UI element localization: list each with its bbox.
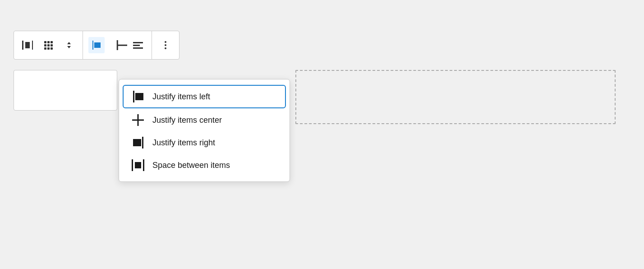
grid-icon xyxy=(44,41,53,50)
justify-right-label: Justify items right xyxy=(152,138,215,148)
justify-center-menu-icon xyxy=(131,114,145,126)
more-options-button[interactable] xyxy=(157,37,174,53)
align-distribute-button[interactable] xyxy=(130,37,146,53)
toolbar-group-justify xyxy=(83,31,152,59)
toolbar-group-layout xyxy=(14,31,83,59)
space-between-label: Space between items xyxy=(152,161,230,170)
dashed-rectangle xyxy=(295,70,616,124)
grid-button[interactable] xyxy=(40,37,56,53)
more-icon xyxy=(165,41,166,49)
toolbar xyxy=(14,31,179,60)
toolbar-group-more xyxy=(152,31,179,59)
menu-item-space-between[interactable]: Space between items xyxy=(123,154,286,176)
menu-item-justify-right[interactable]: Justify items right xyxy=(123,132,286,153)
distribute-horizontal-button[interactable] xyxy=(19,37,36,53)
justify-center-button[interactable] xyxy=(109,37,125,53)
dropdown-menu: Justify items left Justify items center … xyxy=(119,79,290,182)
distribute-horizontal-icon xyxy=(22,41,33,50)
justify-left-button[interactable] xyxy=(88,37,105,53)
space-between-menu-icon xyxy=(131,159,145,172)
justify-left-menu-icon xyxy=(131,90,145,103)
align-distribute-icon xyxy=(133,42,143,49)
justify-center-icon xyxy=(112,40,122,50)
arrows-updown-icon xyxy=(65,41,73,49)
menu-item-justify-left[interactable]: Justify items left xyxy=(123,85,286,108)
sidebar-panel xyxy=(14,70,117,111)
arrows-updown-button[interactable] xyxy=(61,37,77,53)
justify-right-menu-icon xyxy=(131,136,145,149)
justify-center-label: Justify items center xyxy=(152,116,222,125)
justify-left-label: Justify items left xyxy=(152,92,210,102)
justify-left-icon xyxy=(92,41,101,50)
menu-item-justify-center[interactable]: Justify items center xyxy=(123,109,286,131)
